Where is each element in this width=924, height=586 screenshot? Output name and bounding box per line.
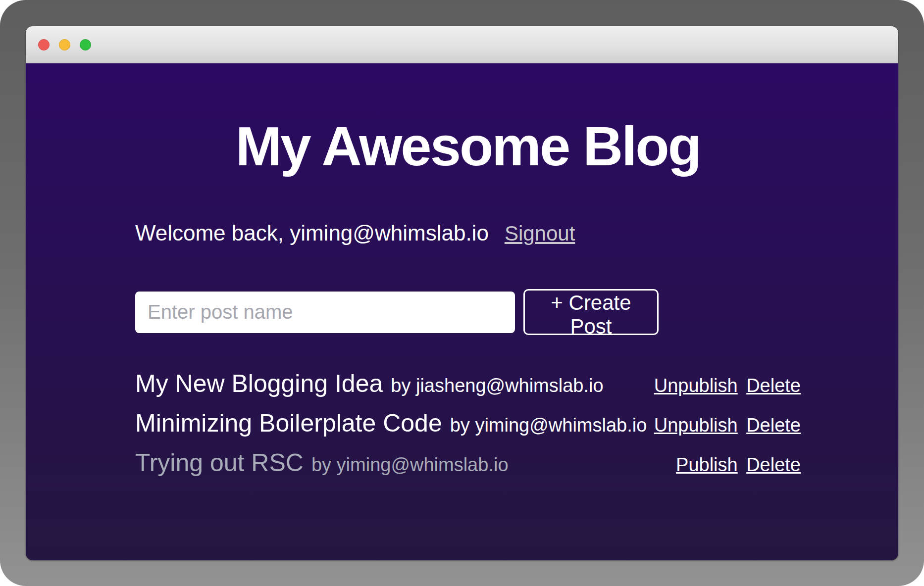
post-actions: Publish Delete xyxy=(676,454,801,476)
post-info: Minimizing Boilerplate Code by yiming@wh… xyxy=(135,403,647,443)
post-row: My New Blogging Idea by jiasheng@whimsla… xyxy=(135,364,801,403)
post-row: Trying out RSC by yiming@whimslab.io Pub… xyxy=(135,443,801,483)
post-byline: by yiming@whimslab.io xyxy=(311,454,509,476)
welcome-message: Welcome back, yiming@whimslab.io xyxy=(135,221,489,245)
unpublish-link[interactable]: Unpublish xyxy=(654,415,738,436)
unpublish-link[interactable]: Unpublish xyxy=(654,375,738,396)
publish-link[interactable]: Publish xyxy=(676,454,738,475)
post-actions: Unpublish Delete xyxy=(654,415,801,436)
title-bar xyxy=(26,26,898,63)
page-body: My Awesome Blog Welcome back, yiming@whi… xyxy=(26,63,898,560)
post-name-input[interactable] xyxy=(135,292,515,333)
post-info: My New Blogging Idea by jiasheng@whimsla… xyxy=(135,364,604,403)
post-title: Trying out RSC xyxy=(135,443,304,483)
post-byline: by jiasheng@whimslab.io xyxy=(391,375,603,396)
post-row: Minimizing Boilerplate Code by yiming@wh… xyxy=(135,403,801,443)
browser-window: My Awesome Blog Welcome back, yiming@whi… xyxy=(26,26,898,560)
create-post-form: + Create Post xyxy=(135,289,801,335)
create-post-button[interactable]: + Create Post xyxy=(523,289,659,335)
delete-link[interactable]: Delete xyxy=(746,454,801,475)
post-byline: by yiming@whimslab.io xyxy=(450,415,647,436)
post-title: My New Blogging Idea xyxy=(135,364,383,403)
post-actions: Unpublish Delete xyxy=(654,375,801,396)
delete-link[interactable]: Delete xyxy=(746,375,801,396)
close-window-icon[interactable] xyxy=(38,39,50,50)
post-title: Minimizing Boilerplate Code xyxy=(135,403,442,443)
minimize-window-icon[interactable] xyxy=(59,39,70,50)
zoom-window-icon[interactable] xyxy=(80,39,91,50)
post-info: Trying out RSC by yiming@whimslab.io xyxy=(135,443,509,483)
delete-link[interactable]: Delete xyxy=(746,415,801,436)
window-frame: My Awesome Blog Welcome back, yiming@whi… xyxy=(0,0,924,586)
signout-link[interactable]: Signout xyxy=(505,222,575,245)
user-bar: Welcome back, yiming@whimslab.io Signout xyxy=(135,221,801,245)
page-title: My Awesome Blog xyxy=(135,63,801,174)
post-list: My New Blogging Idea by jiasheng@whimsla… xyxy=(135,364,801,483)
